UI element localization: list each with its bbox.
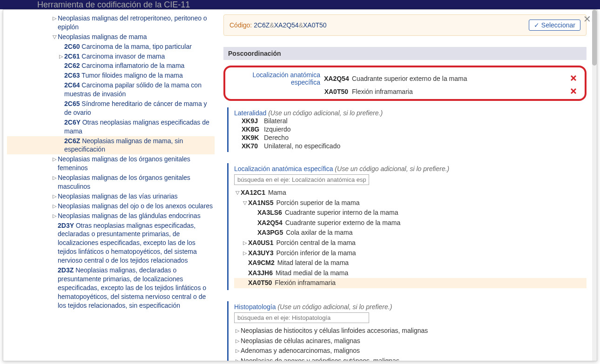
tree-item[interactable]: 2C6Z Neoplasias malignas de mama, sin es… (7, 136, 215, 155)
chevron-right-icon[interactable]: ▷ (58, 52, 64, 60)
chevron-right-icon[interactable]: ▷ (51, 14, 58, 22)
anatomic-item[interactable]: XA3LS6Cuadrante superior interno de la m… (234, 208, 587, 218)
tree-item[interactable]: ▽Neoplasias malignas de mama (7, 32, 215, 42)
anatomic-item[interactable]: XA0T50Flexión inframamaria (234, 278, 587, 288)
chevron-right-icon[interactable]: ▷ (234, 337, 241, 344)
anatomic-item[interactable]: XA9CM2Mitad lateral de la mama (234, 258, 587, 268)
delete-icon[interactable] (571, 88, 579, 95)
option-desc: Bilateral (264, 117, 288, 125)
histo-item[interactable]: ▷Neoplasias de anexos y apéndices cutáne… (234, 356, 587, 361)
chevron-right-icon[interactable]: ▷ (51, 155, 58, 163)
right-content[interactable]: Código: 2C6Z&XA2Q54&XA0T50 ✓ Seleccionar… (215, 10, 592, 361)
tree-label[interactable]: 2C64 Carcinoma papilar sólido de la mama… (64, 81, 215, 99)
tree-item[interactable]: 2C64 Carcinoma papilar sólido de la mama… (7, 80, 215, 99)
axis-header: Histopatología (Use un código adicional,… (234, 303, 587, 311)
tree-item[interactable]: ▷Neoplasias malignas del ojo o de los an… (7, 201, 215, 211)
anatomic-code: XA0US1 (248, 238, 276, 248)
histo-search-input[interactable] (234, 312, 369, 323)
laterality-option[interactable]: XK8GIzquierdo (234, 125, 587, 133)
axis-title[interactable]: Histopatología (234, 303, 276, 311)
histo-item[interactable]: ▷Adenomas y adenocarcinomas, malignos (234, 346, 587, 356)
delete-icon[interactable] (571, 75, 579, 82)
option-code: XK9J (242, 117, 264, 125)
option-desc: Izquierdo (264, 126, 291, 133)
axis-title[interactable]: Localización anatómica específica (234, 165, 333, 172)
laterality-option[interactable]: XK9KDerecho (234, 133, 587, 142)
tree-label[interactable]: Neoplasias malignas de mama (58, 33, 147, 41)
anatomic-item[interactable]: ▽XA12C1Mama (234, 188, 587, 198)
chevron-right-icon[interactable]: ▷ (234, 357, 241, 361)
histo-desc: Neoplasias de anexos y apéndices cutáneo… (241, 357, 399, 361)
tree-item[interactable]: ▷2C61 Carcinoma invasor de mama (7, 52, 215, 61)
anatomic-desc: Porción inferior de la mama (276, 249, 356, 258)
tree-item[interactable]: 2C65 Síndrome hereditario de cáncer de m… (7, 99, 215, 118)
tree-spacer (242, 258, 248, 259)
modal: ✕ ▷Neoplasias malignas del retroperitone… (3, 9, 597, 361)
anatomic-item[interactable]: XA2Q54Cuadrante superior externo de la m… (234, 218, 587, 228)
code-label: Código: (229, 21, 254, 29)
chevron-right-icon[interactable]: ▷ (51, 173, 58, 181)
chevron-right-icon[interactable]: ▷ (51, 202, 58, 210)
chevron-down-icon[interactable]: ▽ (242, 199, 248, 206)
close-icon[interactable]: ✕ (583, 13, 591, 25)
tree-label[interactable]: 2D3Z Neoplasias malignas, declaradas o p… (58, 266, 215, 310)
tree-item[interactable]: 2C62 Carcinoma inflamatorio de la mama (7, 61, 215, 71)
anatomic-item[interactable]: ▽XA1NS5Porción superior de la mama (234, 198, 587, 208)
tree-code: 2C60 (64, 43, 81, 50)
tree-label[interactable]: Neoplasias malignas de las vías urinaria… (58, 192, 178, 201)
anatomic-desc: Flexión inframamaria (275, 278, 336, 288)
anatomic-item[interactable]: XA3JH6Mitad medial de la mama (234, 268, 587, 278)
anatomic-desc: Mama (268, 188, 286, 198)
tree-label[interactable]: Neoplasias malignas de los órganos genit… (58, 155, 215, 172)
select-button[interactable]: ✓ Seleccionar (529, 20, 580, 31)
chevron-right-icon[interactable]: ▷ (234, 326, 241, 334)
chevron-right-icon[interactable]: ▷ (51, 212, 58, 219)
tree-label[interactable]: 2D3Y Otras neoplasias malignas especific… (58, 221, 215, 265)
anatomic-code: XA3PG5 (257, 228, 286, 238)
tree-spacer (51, 266, 58, 267)
chevron-right-icon[interactable]: ▷ (242, 249, 248, 257)
scrollbar-thumb[interactable] (592, 10, 597, 66)
anatomic-code: XA3UY3 (248, 249, 276, 258)
tree-label[interactable]: Neoplasias malignas de los órganos genit… (58, 173, 215, 191)
tree-label[interactable]: Neoplasias malignas del ojo o de los ane… (58, 202, 213, 211)
anatomic-item[interactable]: XA3PG5Cola axilar de la mama (234, 228, 587, 238)
tree-label[interactable]: 2C65 Síndrome hereditario de cáncer de m… (64, 99, 215, 117)
chevron-right-icon[interactable]: ▷ (242, 238, 248, 246)
chevron-right-icon[interactable]: ▷ (234, 346, 241, 354)
laterality-option[interactable]: XK70Unilateral, no especificado (234, 142, 587, 150)
chevron-down-icon[interactable]: ▽ (51, 33, 58, 40)
anatomic-desc: Cola axilar de la mama (286, 228, 352, 238)
tree-item[interactable]: 2C6Y Otras neoplasias malignas especific… (7, 118, 215, 136)
tree-label[interactable]: 2C6Y Otras neoplasias malignas especific… (64, 118, 215, 136)
tree-item[interactable]: ▷Neoplasias malignas de los órganos geni… (7, 154, 215, 173)
tree-item[interactable]: 2D3Z Neoplasias malignas, declaradas o p… (7, 265, 215, 310)
left-tree-pane[interactable]: ▷Neoplasias malignas del retroperitoneo,… (3, 10, 215, 361)
tree-item[interactable]: 2C63 Tumor filoides maligno de la mama (7, 71, 215, 80)
tree-item[interactable]: 2D3Y Otras neoplasias malignas especific… (7, 221, 215, 265)
tree-label[interactable]: Neoplasias malignas del retroperitoneo, … (58, 14, 215, 32)
histo-item[interactable]: ▷Neoplasias de histiocitos y células lin… (234, 326, 587, 336)
anatomic-search-input[interactable] (234, 174, 369, 185)
anatomic-item[interactable]: ▷XA0US1Porción central de la mama (234, 238, 587, 248)
tree-label[interactable]: 2C62 Carcinoma inflamatorio de la mama (64, 61, 184, 70)
tree-item[interactable]: 2C60 Carcinoma de la mama, tipo particul… (7, 42, 215, 52)
tree-spacer (242, 278, 248, 279)
tree-item[interactable]: ▷Neoplasias malignas de las vías urinari… (7, 192, 215, 201)
tree-item[interactable]: ▷Neoplasias malignas de los órganos geni… (7, 173, 215, 192)
chevron-down-icon[interactable]: ▽ (234, 188, 241, 196)
anatomic-desc: Mitad lateral de la mama (277, 258, 349, 268)
tree-label[interactable]: 2C6Z Neoplasias malignas de mama, sin es… (64, 137, 215, 154)
anatomic-item[interactable]: ▷XA3UY3Porción inferior de la mama (234, 248, 587, 258)
chevron-right-icon[interactable]: ▷ (51, 192, 58, 200)
tree-label[interactable]: 2C63 Tumor filoides maligno de la mama (64, 71, 183, 80)
page-scrollbar[interactable] (592, 10, 597, 361)
tree-label[interactable]: 2C60 Carcinoma de la mama, tipo particul… (64, 42, 192, 51)
laterality-option[interactable]: XK9JBilateral (234, 117, 587, 125)
tree-label[interactable]: Neoplasias malignas de las glándulas end… (58, 212, 201, 220)
histo-item[interactable]: ▷Neoplasias de células acinares, maligna… (234, 336, 587, 346)
tree-item[interactable]: ▷Neoplasias malignas del retroperitoneo,… (7, 13, 215, 32)
tree-label[interactable]: 2C61 Carcinoma invasor de mama (64, 52, 165, 61)
axis-title[interactable]: Lateralidad (234, 109, 266, 117)
tree-item[interactable]: ▷Neoplasias malignas de las glándulas en… (7, 211, 215, 221)
